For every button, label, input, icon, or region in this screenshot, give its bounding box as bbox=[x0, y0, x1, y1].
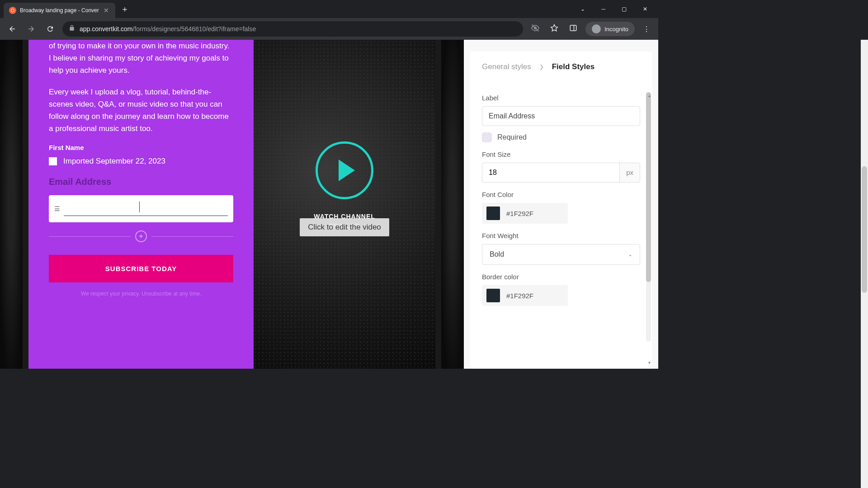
crowd-background bbox=[254, 40, 435, 369]
imported-checkbox[interactable] bbox=[49, 157, 57, 165]
browser-toolbar: app.convertkit.com/forms/designers/56468… bbox=[0, 18, 658, 40]
bordercolor-swatch bbox=[486, 289, 500, 302]
tab-dropdown-icon[interactable]: ⌄ bbox=[577, 4, 589, 14]
fontcolor-heading: Font Color bbox=[482, 191, 640, 198]
form-panel[interactable]: of trying to make it on your own in the … bbox=[28, 40, 254, 369]
text-cursor-icon bbox=[139, 202, 140, 212]
fontcolor-value: #1F292F bbox=[506, 210, 533, 217]
email-input[interactable] bbox=[64, 202, 228, 216]
fontsize-heading: Font Size bbox=[482, 150, 640, 158]
properties-sidebar: General styles ❯ Field Styles Label Requ… bbox=[464, 40, 658, 369]
video-panel[interactable]: WATCH CHANNELTRAILER Click to edit the v… bbox=[254, 40, 435, 369]
window-controls: ⌄ ─ ▢ ✕ bbox=[577, 4, 655, 14]
favicon-icon bbox=[9, 7, 16, 14]
lock-icon bbox=[69, 25, 75, 33]
incognito-label: Incognito bbox=[604, 26, 628, 33]
bordercolor-value: #1F292F bbox=[506, 292, 533, 300]
bordercolor-picker[interactable]: #1F292F bbox=[482, 285, 568, 306]
label-input[interactable] bbox=[482, 106, 640, 126]
video-edit-tooltip: Click to edit the video bbox=[300, 218, 389, 236]
panel-scrollbar-thumb[interactable] bbox=[646, 92, 651, 282]
incognito-icon bbox=[592, 24, 601, 33]
maximize-icon[interactable]: ▢ bbox=[618, 4, 630, 14]
back-button[interactable] bbox=[5, 22, 19, 36]
play-icon bbox=[339, 160, 355, 181]
add-field-button[interactable]: + bbox=[135, 230, 147, 242]
crowd-bg-right bbox=[441, 40, 464, 369]
address-bar[interactable]: app.convertkit.com/forms/designers/56468… bbox=[62, 21, 523, 37]
scroll-down-icon[interactable]: ▾ bbox=[648, 360, 651, 365]
breadcrumb: General styles ❯ Field Styles bbox=[470, 52, 652, 82]
close-window-icon[interactable]: ✕ bbox=[639, 4, 651, 14]
properties-panel-body: Label Required Font Size px Font Color #… bbox=[470, 82, 652, 369]
intro-paragraph-2[interactable]: Every week I upload a vlog, tutorial, be… bbox=[49, 86, 233, 135]
breadcrumb-field-styles: Field Styles bbox=[552, 62, 594, 71]
canvas-area: of trying to make it on your own in the … bbox=[0, 40, 464, 369]
eye-blocked-icon[interactable] bbox=[528, 21, 542, 37]
new-tab-button[interactable]: ＋ bbox=[121, 4, 129, 14]
kebab-menu-icon[interactable]: ⋮ bbox=[640, 22, 653, 36]
required-row: Required bbox=[482, 132, 640, 142]
play-button[interactable] bbox=[316, 141, 373, 199]
forward-button[interactable] bbox=[24, 22, 38, 36]
browser-tab-strip: Broadway landing page - Conver ✕ ＋ ⌄ ─ ▢… bbox=[0, 0, 658, 18]
minimize-icon[interactable]: ─ bbox=[598, 4, 609, 14]
url-text: app.convertkit.com/forms/designers/56468… bbox=[80, 25, 517, 33]
incognito-badge[interactable]: Incognito bbox=[585, 22, 635, 36]
bordercolor-heading: Border color bbox=[482, 273, 640, 281]
required-checkbox[interactable] bbox=[482, 132, 492, 142]
drag-handle-icon[interactable]: ☰ bbox=[54, 205, 60, 212]
fontsize-input[interactable] bbox=[482, 163, 619, 183]
fontweight-heading: Font Weight bbox=[482, 232, 640, 239]
privacy-note[interactable]: We respect your privacy. Unsubscribe at … bbox=[49, 291, 233, 297]
email-input-container[interactable]: ☰ bbox=[49, 195, 233, 222]
scroll-up-icon[interactable]: ▴ bbox=[648, 93, 651, 98]
fontweight-select[interactable]: Bold ⌄ bbox=[482, 244, 640, 265]
tab-title: Broadway landing page - Conver bbox=[20, 7, 99, 14]
fontsize-row: px bbox=[482, 163, 640, 183]
breadcrumb-general-styles[interactable]: General styles bbox=[482, 62, 531, 71]
fontweight-value: Bold bbox=[490, 250, 504, 258]
chevron-down-icon: ⌄ bbox=[628, 251, 632, 258]
first-name-label[interactable]: First Name bbox=[49, 144, 233, 151]
landing-page-preview: of trying to make it on your own in the … bbox=[28, 40, 435, 369]
add-field-row: + bbox=[49, 230, 233, 242]
svg-marker-2 bbox=[551, 25, 558, 31]
reload-button[interactable] bbox=[43, 22, 57, 36]
checkbox-row[interactable]: Imported September 22, 2023 bbox=[49, 157, 233, 166]
app-content: of trying to make it on your own in the … bbox=[0, 40, 658, 369]
browser-tab[interactable]: Broadway landing page - Conver ✕ bbox=[4, 3, 115, 18]
subscribe-button[interactable]: SUBSCRIBE TODAY bbox=[49, 255, 233, 282]
email-field-label[interactable]: Email Address bbox=[49, 177, 233, 187]
intro-paragraph-1[interactable]: of trying to make it on your own in the … bbox=[49, 40, 233, 77]
panel-icon[interactable] bbox=[566, 21, 580, 37]
imported-checkbox-label: Imported September 22, 2023 bbox=[63, 157, 165, 166]
chevron-right-icon: ❯ bbox=[539, 64, 544, 70]
required-label: Required bbox=[497, 133, 527, 141]
crowd-bg-left bbox=[0, 40, 23, 369]
sidebar-card: General styles ❯ Field Styles Label Requ… bbox=[470, 52, 652, 369]
svg-rect-3 bbox=[570, 25, 576, 31]
label-heading: Label bbox=[482, 94, 640, 102]
fontsize-unit: px bbox=[619, 163, 640, 183]
fontcolor-swatch bbox=[486, 206, 500, 220]
close-tab-icon[interactable]: ✕ bbox=[103, 6, 110, 15]
fontcolor-picker[interactable]: #1F292F bbox=[482, 203, 568, 224]
bookmark-star-icon[interactable] bbox=[547, 21, 561, 37]
